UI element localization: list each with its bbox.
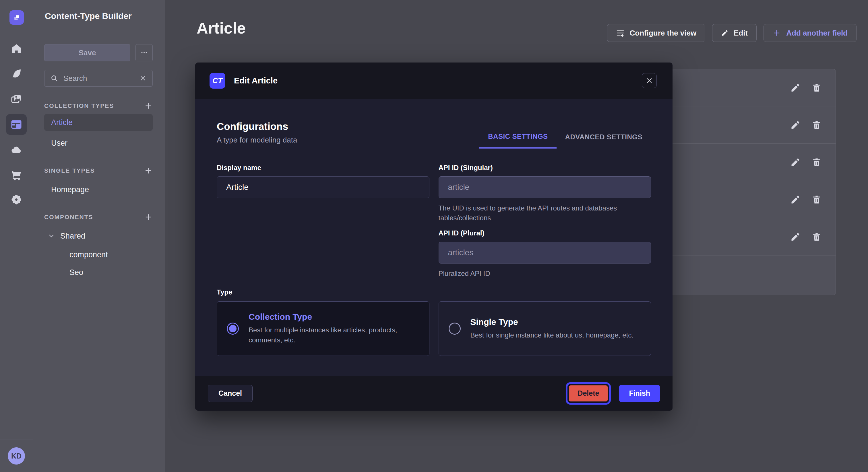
rail-item-content-type-builder[interactable] xyxy=(6,114,27,135)
rail-item-content-manager[interactable] xyxy=(6,63,27,84)
collection-type-title: Collection Type xyxy=(249,312,415,322)
settings-tabs: BASIC SETTINGS ADVANCED SETTINGS xyxy=(479,133,651,148)
strapi-logo[interactable] xyxy=(9,10,24,25)
sidebar: Content-Type Builder Save COLLECTION TYP… xyxy=(33,0,165,472)
modal-header: CT Edit Article xyxy=(195,63,673,99)
home-icon xyxy=(10,43,22,55)
edit-field-icon[interactable] xyxy=(790,232,801,242)
config-titles: Configurations A type for modeling data xyxy=(217,121,297,148)
rail-divider xyxy=(0,440,33,440)
sidebar-item-label: component xyxy=(69,250,108,259)
delete-field-icon[interactable] xyxy=(811,157,822,167)
delete-field-icon[interactable] xyxy=(811,120,822,130)
collection-type-radio[interactable] xyxy=(227,323,239,335)
chevron-down-icon xyxy=(48,232,55,240)
edit-field-icon[interactable] xyxy=(790,120,801,130)
cloud-icon xyxy=(10,144,22,156)
plugin-title: Content-Type Builder xyxy=(45,11,132,21)
modal-footer: Cancel Delete Finish xyxy=(195,376,673,411)
sidebar-item-label: Shared xyxy=(60,232,85,241)
edit-field-icon[interactable] xyxy=(790,82,801,93)
add-field-label: Add another field xyxy=(786,29,848,38)
config-section-title: Configurations xyxy=(217,121,297,132)
avatar[interactable]: KD xyxy=(8,447,25,465)
api-id-plural-hint: Pluralized API ID xyxy=(439,269,634,278)
sidebar-item-shared[interactable]: Shared xyxy=(44,228,153,244)
single-type-description: Best for single instance like about us, … xyxy=(470,330,633,340)
api-id-singular-label: API ID (Singular) xyxy=(439,164,651,172)
page-title: Article xyxy=(197,19,246,37)
sidebar-item-user[interactable]: User xyxy=(44,135,153,151)
content-type-builder-icon xyxy=(10,119,22,131)
clear-search-icon[interactable] xyxy=(139,74,147,82)
rail-item-media-library[interactable] xyxy=(6,89,27,109)
finish-button[interactable]: Finish xyxy=(619,385,660,402)
rail-item-deploy[interactable] xyxy=(6,139,27,160)
add-collection-type-icon[interactable] xyxy=(144,102,153,110)
single-type-radio[interactable] xyxy=(448,323,461,335)
api-id-singular-field-group: API ID (Singular) The UID is used to gen… xyxy=(439,164,651,223)
sidebar-item-homepage[interactable]: Homepage xyxy=(44,181,153,198)
search-icon xyxy=(50,74,58,82)
api-id-plural-field-group: API ID (Plural) Pluralized API ID xyxy=(439,229,651,278)
sidebar-item-label: User xyxy=(51,139,67,148)
api-id-singular-input xyxy=(439,176,651,198)
section-label: COLLECTION TYPES xyxy=(44,102,114,109)
close-modal-button[interactable] xyxy=(642,73,657,88)
close-icon xyxy=(646,77,653,84)
rail-item-home[interactable] xyxy=(6,38,27,59)
sidebar-item-seo[interactable]: Seo xyxy=(44,265,153,280)
more-options-button[interactable] xyxy=(135,44,153,61)
api-id-plural-input xyxy=(439,242,651,264)
api-id-singular-hint: The UID is used to generate the API rout… xyxy=(439,203,634,223)
search-input[interactable] xyxy=(63,74,135,83)
single-type-option[interactable]: Single Type Best for single instance lik… xyxy=(439,301,651,356)
configure-view-label: Configure the view xyxy=(630,29,696,38)
section-label: COMPONENTS xyxy=(44,214,93,221)
pencil-icon xyxy=(721,29,728,37)
media-icon xyxy=(10,93,22,105)
configure-view-button[interactable]: Configure the view xyxy=(607,24,706,42)
sidebar-item-label: Seo xyxy=(69,268,83,277)
sidebar-item-component[interactable]: component xyxy=(44,247,153,262)
save-button[interactable]: Save xyxy=(44,44,130,61)
tab-advanced-settings[interactable]: ADVANCED SETTINGS xyxy=(557,133,651,148)
strapi-logo-icon xyxy=(12,12,22,22)
delete-field-icon[interactable] xyxy=(811,194,822,205)
edit-content-type-modal: CT Edit Article Configurations A type fo… xyxy=(195,63,673,411)
sidebar-item-article[interactable]: Article xyxy=(44,114,153,131)
type-label: Type xyxy=(217,288,651,296)
add-component-icon[interactable] xyxy=(144,213,153,222)
delete-field-icon[interactable] xyxy=(811,82,822,93)
add-single-type-icon[interactable] xyxy=(144,166,153,175)
feather-icon xyxy=(10,68,22,80)
type-section: Type Collection Type Best for multiple i… xyxy=(217,288,651,356)
delete-field-icon[interactable] xyxy=(811,232,822,242)
display-name-field-group: Display name xyxy=(217,164,429,223)
section-single-types: SINGLE TYPES xyxy=(44,166,153,175)
app: KD Content-Type Builder Save COLLECTION … xyxy=(0,0,868,472)
single-type-title: Single Type xyxy=(470,317,633,327)
rail-item-settings[interactable] xyxy=(6,189,27,210)
cancel-button[interactable]: Cancel xyxy=(208,385,253,402)
section-label: SINGLE TYPES xyxy=(44,167,95,174)
delete-button[interactable]: Delete xyxy=(569,385,608,401)
edit-field-icon[interactable] xyxy=(790,157,801,167)
display-name-label: Display name xyxy=(217,164,429,172)
search-box xyxy=(44,70,153,87)
edit-button[interactable]: Edit xyxy=(712,24,756,42)
rail-item-marketplace[interactable] xyxy=(6,165,27,185)
modal-title: Edit Article xyxy=(234,76,278,86)
display-name-input[interactable] xyxy=(217,176,429,198)
sidebar-header: Content-Type Builder xyxy=(33,0,165,32)
edit-field-icon[interactable] xyxy=(790,194,801,205)
content-type-badge: CT xyxy=(210,73,225,89)
modal-body: Configurations A type for modeling data … xyxy=(195,99,673,376)
ellipsis-icon xyxy=(140,48,148,57)
collection-type-option[interactable]: Collection Type Best for multiple instan… xyxy=(217,301,429,356)
gear-icon xyxy=(10,194,22,206)
cart-icon xyxy=(10,169,22,181)
add-another-field-button[interactable]: Add another field xyxy=(764,24,857,42)
plus-icon xyxy=(772,29,781,37)
tab-basic-settings[interactable]: BASIC SETTINGS xyxy=(479,133,556,148)
